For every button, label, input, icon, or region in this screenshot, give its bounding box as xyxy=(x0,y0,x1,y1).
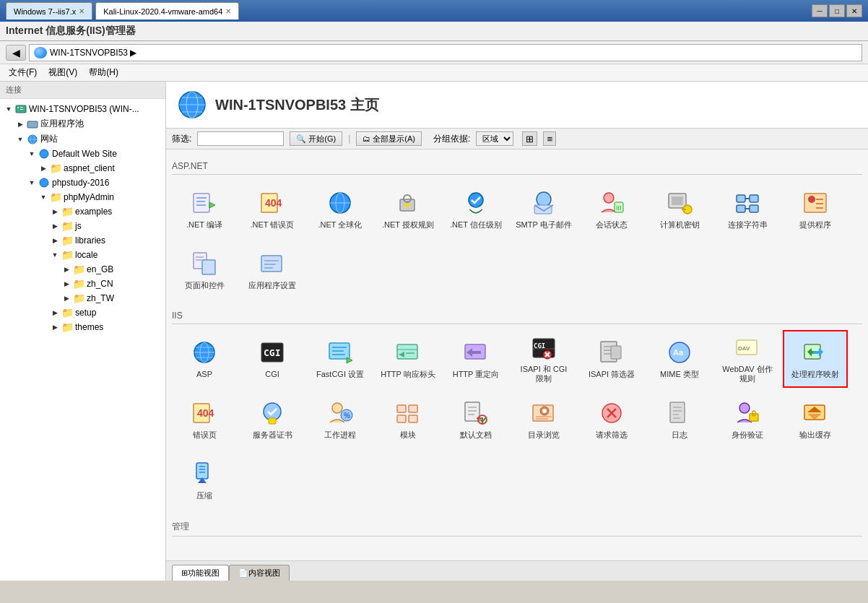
sidebar-item-themes[interactable]: ▶ 📁 themes xyxy=(0,320,165,334)
sidebar-item-locale[interactable]: ▼ 📁 locale xyxy=(0,248,165,262)
sidebar-item-sites[interactable]: ▼ 网站 xyxy=(0,131,165,147)
auth-icon xyxy=(733,399,762,428)
menu-file[interactable]: 文件(F) xyxy=(3,64,43,81)
maximize-button[interactable]: □ xyxy=(829,4,845,17)
minimize-button[interactable]: ─ xyxy=(812,4,828,17)
icon-error-page[interactable]: 404 错误页 xyxy=(172,391,237,448)
svg-rect-41 xyxy=(737,205,745,212)
sidebar-item-setup[interactable]: ▶ 📁 setup xyxy=(0,305,165,320)
icon-default-doc[interactable]: 默认文档 xyxy=(443,391,508,448)
tree-toggle-setup[interactable]: ▶ xyxy=(49,309,61,316)
icon-handler[interactable]: 处理程序映射 xyxy=(783,330,848,388)
sidebar-item-server-label: WIN-1TSNVOPBI53 (WIN-... xyxy=(29,104,139,114)
icon-dotnet-auth[interactable]: .NET 授权规则 xyxy=(376,181,440,238)
filter-input[interactable] xyxy=(197,131,284,146)
view-icons-button[interactable]: ⊞ xyxy=(522,131,537,146)
icon-asp[interactable]: ASP xyxy=(172,330,237,388)
icon-webdav[interactable]: DAV WebDAV 创作规则 xyxy=(715,330,780,388)
content-header: WIN-1TSNVOPBI53 主页 xyxy=(166,82,868,129)
sidebar-item-engb[interactable]: ▶ 📁 en_GB xyxy=(0,262,165,277)
tab-windows7-close[interactable]: ✕ xyxy=(79,7,84,15)
tree-toggle-sites[interactable]: ▼ xyxy=(14,136,26,143)
tree-toggle-locale[interactable]: ▼ xyxy=(49,251,61,259)
icon-connstr[interactable]: 连接字符串 xyxy=(715,181,780,238)
icon-dotnet-trust[interactable]: .NET 信任级别 xyxy=(443,181,508,238)
tree-toggle-apppool[interactable]: ▶ xyxy=(14,121,26,128)
start-button[interactable]: 🔍 开始(G) xyxy=(290,131,342,146)
icon-smtp[interactable]: SMTP 电子邮件 xyxy=(511,181,576,238)
svg-rect-38 xyxy=(737,195,745,202)
icon-isapi-filter[interactable]: ISAPI 筛选器 xyxy=(579,330,644,388)
icon-http-redir[interactable]: HTTP 重定向 xyxy=(443,330,508,388)
icon-cgi[interactable]: CGI CGI xyxy=(240,330,305,388)
bottom-tab-contentview[interactable]: 📄 内容视图 xyxy=(229,565,290,581)
icon-http-resp[interactable]: HTTP 响应标头 xyxy=(376,330,440,388)
icon-isapi-cgi[interactable]: CGI ISAPI 和 CGI 限制 xyxy=(511,330,576,388)
sidebar-item-zhcn[interactable]: ▶ 📁 zh_CN xyxy=(0,277,165,291)
view-list-button[interactable]: ≡ xyxy=(543,131,556,146)
icon-fastcgi[interactable]: FastCGI 设置 xyxy=(308,330,373,388)
tree-toggle-js[interactable]: ▶ xyxy=(49,222,61,230)
tree-toggle-engb[interactable]: ▶ xyxy=(61,266,72,273)
tab-kali[interactable]: Kali-Linux-2020.4-vmware-amd64 ✕ xyxy=(95,2,239,19)
icon-machinekey[interactable]: 计算机密钥 xyxy=(647,181,712,238)
http-redir-label: HTTP 重定向 xyxy=(453,370,500,379)
sidebar-item-libraries[interactable]: ▶ 📁 libraries xyxy=(0,233,165,248)
tree-toggle-defaultsite[interactable]: ▼ xyxy=(26,150,38,157)
section-iis: IIS ASP xyxy=(172,308,862,509)
folder-icon-engb: 📁 xyxy=(72,264,85,275)
icon-compress[interactable]: 压缩 xyxy=(172,451,237,509)
tree-toggle-zhcn[interactable]: ▶ xyxy=(61,280,72,287)
icon-req-filter[interactable]: 请求筛选 xyxy=(579,391,644,448)
sidebar-item-zhtw[interactable]: ▶ 📁 zh_TW xyxy=(0,291,165,305)
icon-session[interactable]: III 会话状态 xyxy=(579,181,644,238)
icon-dotnet-global[interactable]: .NET 全球化 xyxy=(308,181,373,238)
bottom-tab-funcview[interactable]: ⊞ 功能视图 xyxy=(172,565,229,581)
tree-toggle-phpstudy[interactable]: ▼ xyxy=(26,179,38,186)
tab-kali-close[interactable]: ✕ xyxy=(225,7,231,15)
svg-point-28 xyxy=(469,193,483,207)
tab-windows7[interactable]: Windows 7--iis7.x ✕ xyxy=(6,2,92,19)
icon-output[interactable]: 输出缓存 xyxy=(783,391,848,448)
menu-view[interactable]: 视图(V) xyxy=(43,64,83,81)
icon-provider[interactable]: 提供程序 xyxy=(783,181,848,238)
tree-toggle-aspnetclient[interactable]: ▶ xyxy=(38,165,49,172)
sidebar-item-defaultsite[interactable]: ▼ Default Web Site xyxy=(0,147,165,161)
icon-log[interactable]: 日志 xyxy=(647,391,712,448)
svg-rect-3 xyxy=(20,109,23,110)
svg-rect-101 xyxy=(409,405,417,412)
back-button[interactable]: ◀ xyxy=(6,45,26,61)
tree-toggle-examples[interactable]: ▶ xyxy=(49,208,61,215)
icon-dir-browse[interactable]: 目录浏览 xyxy=(511,391,576,448)
icon-auth[interactable]: 身份验证 xyxy=(715,391,780,448)
svg-rect-15 xyxy=(194,194,209,212)
breadcrumb[interactable]: WIN-1TSNVOPBI53 ▶ xyxy=(29,44,862,61)
tree-toggle-themes[interactable]: ▶ xyxy=(49,324,61,331)
sidebar-item-examples[interactable]: ▶ 📁 examples xyxy=(0,204,165,219)
tree-toggle-server[interactable]: ▼ xyxy=(3,105,14,113)
menu-help[interactable]: 帮助(H) xyxy=(83,64,124,81)
showall-button[interactable]: 🗂 全部显示(A) xyxy=(356,131,422,146)
sidebar-item-aspnetclient[interactable]: ▶ 📁 aspnet_client xyxy=(0,161,165,175)
sidebar-item-phpstudy[interactable]: ▼ phpstudy-2016 xyxy=(0,175,165,190)
content-header-icon xyxy=(178,90,207,119)
tree-toggle-zhtw[interactable]: ▶ xyxy=(61,295,72,302)
sidebar-item-apppool[interactable]: ▶ 应用程序池 xyxy=(0,116,165,131)
icon-mime[interactable]: Aa MIME 类型 xyxy=(647,330,712,388)
sidebar-item-js[interactable]: ▶ 📁 js xyxy=(0,219,165,233)
dotnet-error-label: .NET 错误页 xyxy=(251,220,295,230)
tree-toggle-phpmyadmin[interactable]: ▼ xyxy=(38,194,49,201)
tree-toggle-libraries[interactable]: ▶ xyxy=(49,237,61,244)
icon-appset[interactable]: 应用程序设置 xyxy=(240,241,305,299)
icon-worker[interactable]: % 工作进程 xyxy=(308,391,373,448)
error-page-icon: 404 xyxy=(190,399,219,428)
icon-page-ctrl[interactable]: 页面和控件 xyxy=(172,241,237,299)
icon-module[interactable]: 模块 xyxy=(376,391,440,448)
sidebar-item-phpmyadmin[interactable]: ▼ 📁 phpMyAdmin xyxy=(0,190,165,204)
close-button[interactable]: ✕ xyxy=(846,4,862,17)
groupby-select[interactable]: 区域 xyxy=(476,131,513,146)
icon-cert[interactable]: 服务器证书 xyxy=(240,391,305,448)
sidebar-item-server[interactable]: ▼ WIN-1TSNVOPBI53 (WIN-... xyxy=(0,102,165,116)
icon-dotnet-error[interactable]: 404 .NET 错误页 xyxy=(240,181,305,238)
icon-dotnet-compile[interactable]: .NET 编译 xyxy=(172,181,237,238)
